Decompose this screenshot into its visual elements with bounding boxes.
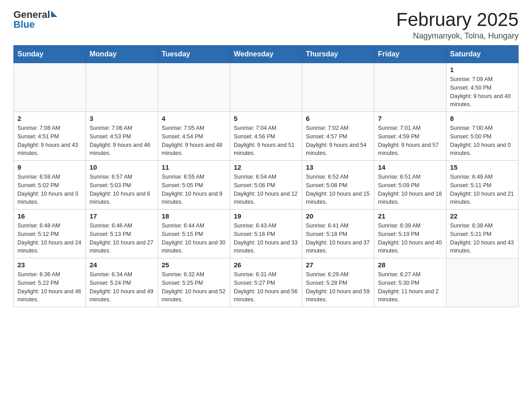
day-number: 4 xyxy=(162,115,226,122)
day-number: 11 xyxy=(162,163,226,171)
calendar-subtitle: Nagymanyok, Tolna, Hungary xyxy=(396,31,519,41)
day-number: 19 xyxy=(234,212,298,220)
day-number: 23 xyxy=(17,261,82,269)
calendar-cell xyxy=(230,63,302,112)
weekday-header-friday: Friday xyxy=(374,46,446,63)
calendar-cell: 10Sunrise: 6:57 AMSunset: 5:03 PMDayligh… xyxy=(86,161,158,210)
calendar-cell: 16Sunrise: 6:48 AMSunset: 5:12 PMDayligh… xyxy=(14,210,86,258)
day-number: 6 xyxy=(306,115,370,122)
day-number: 7 xyxy=(378,115,442,122)
calendar-week-4: 16Sunrise: 6:48 AMSunset: 5:12 PMDayligh… xyxy=(14,210,519,258)
day-number: 20 xyxy=(306,212,370,220)
calendar-cell: 1Sunrise: 7:09 AMSunset: 4:50 PMDaylight… xyxy=(446,63,519,112)
calendar-cell xyxy=(302,63,374,112)
day-info: Sunrise: 6:46 AMSunset: 5:13 PMDaylight:… xyxy=(90,222,154,255)
day-number: 15 xyxy=(450,163,515,171)
calendar-table: SundayMondayTuesdayWednesdayThursdayFrid… xyxy=(13,45,519,307)
day-info: Sunrise: 7:09 AMSunset: 4:50 PMDaylight:… xyxy=(450,75,515,109)
calendar-cell: 8Sunrise: 7:00 AMSunset: 5:00 PMDaylight… xyxy=(446,112,519,161)
day-number: 10 xyxy=(90,163,154,171)
weekday-header-monday: Monday xyxy=(86,46,158,63)
day-info: Sunrise: 6:54 AMSunset: 5:06 PMDaylight:… xyxy=(234,173,298,206)
day-info: Sunrise: 6:36 AMSunset: 5:22 PMDaylight:… xyxy=(17,270,82,304)
calendar-body: 1Sunrise: 7:09 AMSunset: 4:50 PMDaylight… xyxy=(14,63,519,307)
day-info: Sunrise: 6:29 AMSunset: 5:28 PMDaylight:… xyxy=(306,270,370,304)
day-number: 28 xyxy=(378,261,442,269)
calendar-cell xyxy=(158,63,230,112)
logo-arrow-icon xyxy=(51,11,57,17)
day-number: 3 xyxy=(90,115,154,122)
day-number: 9 xyxy=(17,163,82,171)
calendar-cell: 9Sunrise: 6:58 AMSunset: 5:02 PMDaylight… xyxy=(14,161,86,210)
title-section: February 2025 Nagymanyok, Tolna, Hungary xyxy=(396,9,519,41)
day-info: Sunrise: 6:32 AMSunset: 5:25 PMDaylight:… xyxy=(162,270,226,304)
calendar-cell: 22Sunrise: 6:38 AMSunset: 5:21 PMDayligh… xyxy=(446,210,519,258)
weekday-header-wednesday: Wednesday xyxy=(230,46,302,63)
day-info: Sunrise: 6:39 AMSunset: 5:19 PMDaylight:… xyxy=(378,222,442,255)
weekday-header-sunday: Sunday xyxy=(14,46,86,63)
day-number: 25 xyxy=(162,261,226,269)
day-number: 17 xyxy=(90,212,154,220)
day-number: 21 xyxy=(378,212,442,220)
day-info: Sunrise: 6:57 AMSunset: 5:03 PMDaylight:… xyxy=(90,173,154,206)
day-info: Sunrise: 7:08 AMSunset: 4:51 PMDaylight:… xyxy=(17,124,82,158)
day-number: 2 xyxy=(17,115,82,122)
calendar-cell: 13Sunrise: 6:52 AMSunset: 5:08 PMDayligh… xyxy=(302,161,374,210)
logo: General Blue xyxy=(13,9,57,30)
day-info: Sunrise: 6:38 AMSunset: 5:21 PMDaylight:… xyxy=(450,222,515,255)
calendar-header: SundayMondayTuesdayWednesdayThursdayFrid… xyxy=(14,46,519,63)
day-info: Sunrise: 7:01 AMSunset: 4:59 PMDaylight:… xyxy=(378,124,442,158)
calendar-cell: 27Sunrise: 6:29 AMSunset: 5:28 PMDayligh… xyxy=(302,258,374,307)
day-info: Sunrise: 6:58 AMSunset: 5:02 PMDaylight:… xyxy=(17,173,82,206)
calendar-cell xyxy=(374,63,446,112)
weekday-row: SundayMondayTuesdayWednesdayThursdayFrid… xyxy=(14,46,519,63)
calendar-cell: 15Sunrise: 6:49 AMSunset: 5:11 PMDayligh… xyxy=(446,161,519,210)
calendar-cell: 21Sunrise: 6:39 AMSunset: 5:19 PMDayligh… xyxy=(374,210,446,258)
calendar-cell: 12Sunrise: 6:54 AMSunset: 5:06 PMDayligh… xyxy=(230,161,302,210)
day-info: Sunrise: 6:41 AMSunset: 5:18 PMDaylight:… xyxy=(306,222,370,255)
calendar-cell: 3Sunrise: 7:06 AMSunset: 4:53 PMDaylight… xyxy=(86,112,158,161)
logo-blue-text: Blue xyxy=(13,19,57,30)
calendar-cell: 25Sunrise: 6:32 AMSunset: 5:25 PMDayligh… xyxy=(158,258,230,307)
day-number: 24 xyxy=(90,261,154,269)
calendar-title: February 2025 xyxy=(396,9,519,30)
day-number: 1 xyxy=(450,66,515,73)
day-info: Sunrise: 7:05 AMSunset: 4:54 PMDaylight:… xyxy=(162,124,226,158)
day-number: 16 xyxy=(17,212,82,220)
day-info: Sunrise: 6:31 AMSunset: 5:27 PMDaylight:… xyxy=(234,270,298,304)
day-info: Sunrise: 6:27 AMSunset: 5:30 PMDaylight:… xyxy=(378,270,442,304)
day-info: Sunrise: 6:52 AMSunset: 5:08 PMDaylight:… xyxy=(306,173,370,206)
calendar-week-1: 1Sunrise: 7:09 AMSunset: 4:50 PMDaylight… xyxy=(14,63,519,112)
day-info: Sunrise: 7:06 AMSunset: 4:53 PMDaylight:… xyxy=(90,124,154,158)
day-info: Sunrise: 6:48 AMSunset: 5:12 PMDaylight:… xyxy=(17,222,82,255)
day-info: Sunrise: 6:43 AMSunset: 5:16 PMDaylight:… xyxy=(234,222,298,255)
day-info: Sunrise: 6:34 AMSunset: 5:24 PMDaylight:… xyxy=(90,270,154,304)
day-info: Sunrise: 6:51 AMSunset: 5:09 PMDaylight:… xyxy=(378,173,442,206)
calendar-cell: 20Sunrise: 6:41 AMSunset: 5:18 PMDayligh… xyxy=(302,210,374,258)
page-header: General Blue February 2025 Nagymanyok, T… xyxy=(13,9,519,41)
calendar-cell: 11Sunrise: 6:55 AMSunset: 5:05 PMDayligh… xyxy=(158,161,230,210)
day-number: 8 xyxy=(450,115,515,122)
weekday-header-saturday: Saturday xyxy=(446,46,519,63)
calendar-week-5: 23Sunrise: 6:36 AMSunset: 5:22 PMDayligh… xyxy=(14,258,519,307)
calendar-cell: 4Sunrise: 7:05 AMSunset: 4:54 PMDaylight… xyxy=(158,112,230,161)
calendar-cell: 26Sunrise: 6:31 AMSunset: 5:27 PMDayligh… xyxy=(230,258,302,307)
day-number: 22 xyxy=(450,212,515,220)
day-info: Sunrise: 7:04 AMSunset: 4:56 PMDaylight:… xyxy=(234,124,298,158)
calendar-cell xyxy=(14,63,86,112)
calendar-cell: 5Sunrise: 7:04 AMSunset: 4:56 PMDaylight… xyxy=(230,112,302,161)
day-info: Sunrise: 6:49 AMSunset: 5:11 PMDaylight:… xyxy=(450,173,515,206)
day-info: Sunrise: 6:55 AMSunset: 5:05 PMDaylight:… xyxy=(162,173,226,206)
calendar-cell xyxy=(86,63,158,112)
calendar-cell: 23Sunrise: 6:36 AMSunset: 5:22 PMDayligh… xyxy=(14,258,86,307)
day-number: 5 xyxy=(234,115,298,122)
day-number: 26 xyxy=(234,261,298,269)
day-number: 27 xyxy=(306,261,370,269)
calendar-cell: 24Sunrise: 6:34 AMSunset: 5:24 PMDayligh… xyxy=(86,258,158,307)
calendar-cell: 28Sunrise: 6:27 AMSunset: 5:30 PMDayligh… xyxy=(374,258,446,307)
calendar-cell xyxy=(446,258,519,307)
calendar-cell: 14Sunrise: 6:51 AMSunset: 5:09 PMDayligh… xyxy=(374,161,446,210)
day-number: 18 xyxy=(162,212,226,220)
day-number: 14 xyxy=(378,163,442,171)
day-number: 12 xyxy=(234,163,298,171)
